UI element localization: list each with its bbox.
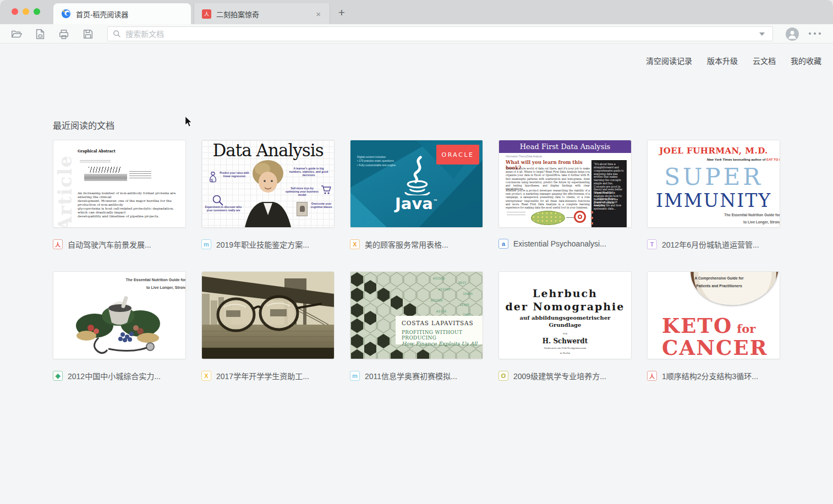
file-type-icon-m: m — [201, 239, 211, 249]
document-card[interactable]: Data Analysis $ Predict your raise with … — [201, 140, 335, 250]
document-title[interactable]: 1顺序结构2分支结构3循环... — [662, 370, 758, 381]
document-thumbnail[interactable] — [201, 271, 335, 359]
section-title: 最近阅读的文档 — [53, 118, 114, 132]
search-icon — [113, 30, 121, 38]
cover-title: Data Analysis — [202, 140, 334, 160]
svg-text:#31505: #31505 — [439, 287, 451, 291]
new-tab-button[interactable]: + — [335, 6, 349, 20]
tab-document[interactable]: 人 二刻拍案惊奇 × — [194, 3, 330, 24]
document-thumbnail[interactable]: A Comprehensive Guide for Patients and P… — [647, 271, 780, 359]
cover-guide-line: A Comprehensive Guide for — [664, 276, 774, 281]
cloud-docs-link[interactable]: 云文档 — [753, 55, 776, 66]
document-card[interactable]: Head First Data Analysis Information The… — [498, 140, 632, 250]
cover-title: Lehrbuch — [499, 287, 631, 299]
money-bag-icon: $ — [206, 171, 218, 185]
document-title[interactable]: Existential Psychoanalysi... — [513, 239, 606, 248]
window-minimize-button[interactable] — [23, 8, 29, 15]
document-title[interactable]: 2012中国中小城综合实力... — [68, 370, 161, 381]
tab-document-label: 二刻拍案惊奇 — [216, 9, 310, 19]
document-thumbnail[interactable]: Lehrbuch der Nomographie auf abbildungsg… — [498, 271, 632, 359]
document-thumbnail[interactable]: The Essential Nutrition Guide for Boosti… — [53, 271, 186, 359]
document-card[interactable]: Article Graphical Abstract An increasing… — [53, 140, 186, 250]
cover-title-box: COSTAS LAPAVITSAS PROFITING WITHOUT PROD… — [396, 316, 483, 344]
search-dropdown-icon[interactable] — [759, 32, 765, 36]
cover-note: Overcome your cognitive biases — [310, 202, 333, 209]
cover-diagram-label — [507, 212, 525, 217]
window-close-button[interactable] — [12, 8, 18, 15]
cover-diagram-arrow — [566, 217, 574, 218]
open-folder-icon[interactable] — [10, 28, 23, 40]
cover-note: Sell more toys by optimizing your busine… — [284, 187, 320, 196]
cover-paragraph: Whether you're a product developer resea… — [506, 189, 590, 210]
cover-author: COSTAS LAPAVITSAS — [402, 320, 483, 326]
document-title[interactable]: 2017学年开学学生资助工... — [216, 370, 309, 381]
user-avatar[interactable] — [786, 28, 799, 41]
document-title[interactable]: 美的顾客服务常用表格... — [365, 239, 448, 250]
document-card[interactable]: ORACLE Digital content includes: • 170 p… — [350, 140, 483, 250]
cover-tagline: New York Times bestselling author of EAT… — [648, 157, 780, 161]
svg-text:31505: 31505 — [459, 303, 469, 306]
document-card[interactable]: Lehrbuch der Nomographie auf abbildungsg… — [498, 271, 632, 381]
cover-figure-blot — [84, 174, 127, 181]
document-thumbnail[interactable]: Head First Data Analysis Information The… — [498, 140, 632, 228]
tab-close-icon[interactable]: × — [315, 9, 322, 19]
more-menu-icon[interactable] — [809, 32, 824, 35]
clear-history-link[interactable]: 清空阅读记录 — [646, 55, 692, 66]
cover-text-line: development. However, one of the major h… — [78, 199, 177, 206]
save-icon[interactable] — [82, 28, 94, 40]
cover-author: JOEL FUHRMAN, M.D. — [648, 146, 780, 156]
cover-von: von — [499, 332, 631, 335]
new-document-icon[interactable] — [34, 28, 46, 40]
cover-quote-box: “It's about time a straightforward and c… — [591, 160, 627, 227]
pdf-file-icon: 人 — [202, 9, 211, 19]
document-title[interactable]: 2019年职业技能鉴定方案... — [216, 239, 309, 250]
document-thumbnail[interactable]: ORACLE Digital content includes: • 170 p… — [350, 140, 483, 228]
cover-title: der Nomographie — [499, 300, 631, 313]
cover-note: A learner's guide to big numbers, statis… — [288, 167, 330, 177]
file-type-icon-a: a — [498, 239, 508, 249]
cover-watermark: Article — [54, 155, 76, 228]
document-title[interactable]: 2009级建筑学专业培养方... — [513, 370, 606, 381]
cover-figure-caption — [80, 160, 111, 163]
document-thumbnail[interactable]: Article Graphical Abstract An increasing… — [53, 140, 186, 228]
svg-text:15005: 15005 — [463, 292, 473, 295]
document-thumbnail[interactable]: Data Analysis $ Predict your raise with … — [201, 140, 335, 228]
cover-text-line: developability and timelines of pipeline… — [78, 214, 177, 218]
cover-heading: Graphical Abstract — [78, 149, 160, 154]
file-type-icon-x: X — [350, 239, 360, 249]
cover-diagram-target — [574, 211, 586, 223]
favorites-link[interactable]: 我的收藏 — [791, 55, 821, 66]
tab-home[interactable]: 首页-稻壳阅读器 — [53, 3, 191, 24]
cover-diagram-blob — [531, 211, 565, 225]
document-title[interactable]: 2011信息学奥赛初赛模拟... — [365, 370, 457, 381]
cover-subtitle: The Essential Nutrition Guide for Boosti… — [648, 213, 780, 217]
cover-guide-line: Patients and Practitioners — [664, 284, 774, 288]
document-card[interactable]: #315059037 #3150515005 B3150531505 #3150… — [350, 271, 483, 381]
cover-figure-labels — [129, 171, 151, 180]
document-title[interactable]: 自动驾驶汽车前景发展... — [68, 239, 151, 250]
mouse-cursor — [184, 116, 193, 128]
svg-text:B31505: B31505 — [431, 298, 443, 302]
cover-note: Predict your raise with linear regressio… — [218, 171, 250, 178]
file-type-icon-m: m — [350, 371, 360, 381]
cover-text-line: The Essential Nutrition Guide for Boosti… — [53, 277, 186, 282]
document-card[interactable]: A Comprehensive Guide for Patients and P… — [647, 271, 780, 381]
window-zoom-button[interactable] — [34, 8, 40, 15]
print-icon[interactable] — [58, 28, 70, 40]
svg-text:$: $ — [211, 178, 213, 183]
document-card[interactable]: The Essential Nutrition Guide for Boosti… — [53, 271, 186, 381]
document-card[interactable]: JOEL FUHRMAN, M.D. New York Times bestse… — [647, 140, 780, 250]
document-card[interactable]: X 2017学年开学学生资助工... — [201, 271, 335, 381]
file-type-icon-t: T — [647, 239, 657, 249]
upgrade-link[interactable]: 版本升级 — [707, 55, 738, 66]
cover-title-top: SUPER — [648, 163, 780, 190]
document-thumbnail[interactable]: JOEL FUHRMAN, M.D. New York Times bestse… — [647, 140, 780, 228]
search-bar[interactable] — [107, 26, 773, 41]
search-input[interactable] — [121, 30, 759, 39]
document-title[interactable]: 2012年6月份城轨道运营管... — [662, 239, 759, 250]
file-type-icon-wps: ◈ — [53, 371, 63, 381]
cover-title: KETOfor — [662, 314, 755, 338]
document-thumbnail[interactable]: #315059037 #3150515005 B3150531505 #3150… — [350, 271, 483, 359]
cover-subtitle: auf abbildungsgeometrischer — [499, 315, 631, 321]
oracle-badge: ORACLE — [436, 145, 479, 165]
